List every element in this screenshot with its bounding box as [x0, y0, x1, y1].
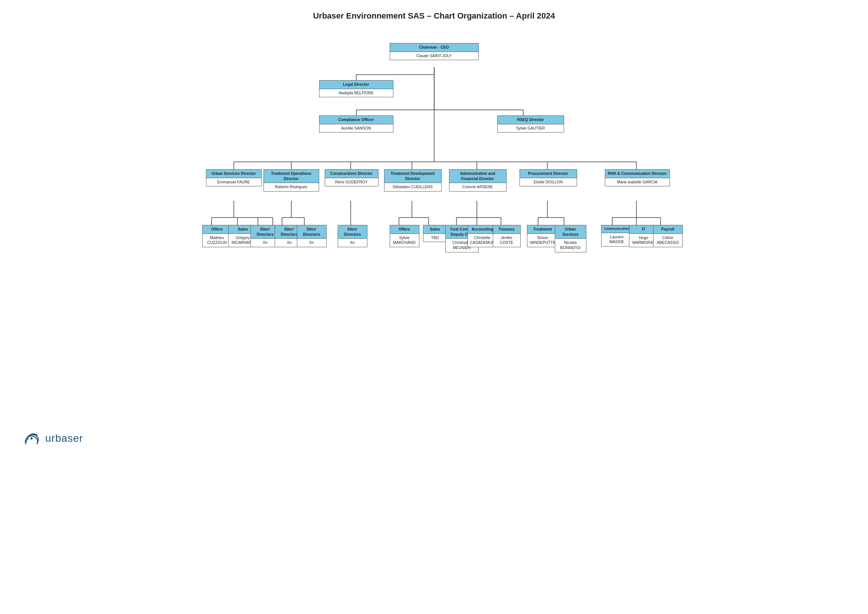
logo-area: urbaser	[8, 429, 860, 448]
urban-node: Urban Services Director Emmanuel FAURE	[206, 169, 262, 186]
offers-urban-title: Offers	[203, 225, 232, 234]
communication-title: Communication	[601, 225, 632, 233]
sites-treatment-name: Xn	[297, 239, 326, 247]
treasury-title: Treasury	[493, 225, 520, 234]
treatment-dev-node: Treatment Development Director Sébastien…	[384, 169, 442, 192]
payroll-node: Payroll Céline ABECASSIS	[653, 225, 683, 247]
procurement-title: Procurement Director	[520, 170, 577, 178]
legal-node: Legal Director Nadejda BELFIORE	[319, 80, 394, 97]
compliance-title: Compliance Officer	[319, 116, 393, 124]
communication-name: Laurent MASSIE	[601, 233, 632, 246]
hseq-name: Sylvie GAUTIER	[498, 124, 564, 133]
page-title: Urbaser Environnement SAS – Chart Organi…	[8, 11, 860, 21]
hseq-title: HSEQ Director	[498, 116, 564, 124]
urban-sub-title: Urban Services	[555, 225, 586, 239]
admin-fin-title: Administrative and Financial Director	[450, 170, 506, 183]
admin-fin-node: Administrative and Financial Director Co…	[449, 169, 507, 192]
treasury-name: Jenifer COSTE	[493, 234, 520, 247]
offers-urban-name: Mathieu CUZZOLIN	[203, 234, 232, 247]
ceo-title: Chairman - CEO	[390, 43, 478, 52]
urban-name: Emmanuel FAURE	[206, 178, 261, 186]
constructions-name: Rémi GODEFROY	[325, 178, 378, 186]
urban-sub-name: Nicolas BONNEFOI	[555, 239, 586, 252]
offers-td-node: Offers Sylvie MARCHAND	[390, 225, 419, 247]
svg-point-47	[30, 437, 33, 440]
sales-td-node: Sales TBD	[423, 225, 447, 242]
sales-td-name: TBD	[423, 234, 447, 242]
sites-treatment-title: Sites' Directors	[297, 225, 326, 239]
legal-title: Legal Director	[319, 81, 393, 89]
constructions-title: Constructions Director	[325, 170, 378, 178]
sites-treatment-node: Sites' Directors Xn	[297, 225, 327, 247]
treatment-sub-name: Simon VANDEPUTTE	[527, 234, 558, 247]
treatment-ops-node: Treatment Operations Director Roberto Ro…	[264, 169, 319, 192]
urbaser-logo-icon	[22, 429, 41, 448]
offers-td-name: Sylvie MARCHAND	[390, 234, 419, 247]
offers-td-title: Offers	[390, 225, 419, 234]
payroll-title: Payroll	[654, 225, 682, 234]
sites-constructions-name: Xn	[338, 239, 367, 247]
offers-urban-node: Offers Mathieu CUZZOLIN	[202, 225, 232, 247]
ceo-node: Chairman - CEO Claude SAINT-JOLY	[390, 43, 479, 60]
sites-constructions-title: Sites' Directors	[338, 225, 367, 239]
rhh-title: RHH & Communication Director	[605, 170, 670, 178]
treatment-ops-name: Roberto Rodriguez	[264, 183, 319, 191]
rhh-node: RHH & Communication Director Marie-Isabe…	[605, 169, 670, 186]
hseq-node: HSEQ Director Sylvie GAUTIER	[497, 115, 564, 133]
rhh-name: Marie-Isabelle GARCIA	[605, 178, 670, 186]
urban-sub-node: Urban Services Nicolas BONNEFOI	[555, 225, 586, 253]
procurement-name: Elodie DOILLON	[520, 178, 577, 186]
admin-fin-name: Corinne ARSENE	[450, 183, 506, 191]
ceo-name: Claude SAINT-JOLY	[390, 52, 478, 60]
treatment-dev-name: Sébastien CUEILLENS	[384, 183, 441, 191]
treasury-node: Treasury Jenifer COSTE	[493, 225, 521, 247]
payroll-name: Céline ABECASSIS	[654, 234, 682, 247]
constructions-node: Constructions Director Rémi GODEFROY	[325, 169, 378, 186]
procurement-node: Procurement Director Elodie DOILLON	[519, 169, 577, 186]
treatment-sub-node: Treatment Simon VANDEPUTTE	[527, 225, 558, 247]
treatment-dev-title: Treatment Development Director	[384, 170, 441, 183]
treatment-ops-title: Treatment Operations Director	[264, 170, 319, 183]
sales-td-title: Sales	[423, 225, 447, 234]
communication-node: Communication Laurent MASSIE	[601, 225, 633, 247]
treatment-sub-title: Treatment	[527, 225, 558, 234]
legal-name: Nadejda BELFIORE	[319, 89, 393, 97]
compliance-name: Aurélie SANSON	[319, 124, 393, 133]
sites-constructions-node: Sites' Directors Xn	[338, 225, 367, 247]
compliance-node: Compliance Officer Aurélie SANSON	[319, 115, 394, 133]
urban-title: Urban Services Director	[206, 170, 261, 178]
logo-text: urbaser	[45, 433, 83, 444]
